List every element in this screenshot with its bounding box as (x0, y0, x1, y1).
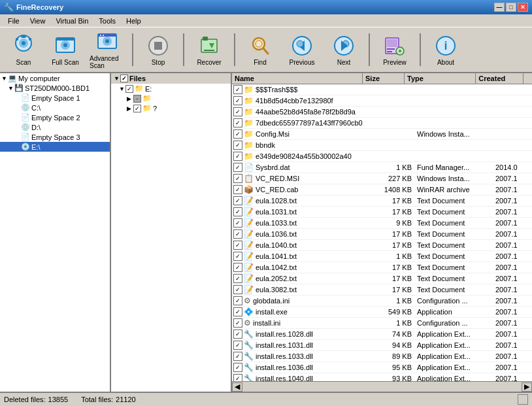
folder-header[interactable]: ▼ ✓ Files (111, 73, 231, 84)
col-header-created[interactable]: Created (476, 73, 524, 84)
col-header-name[interactable]: Name (232, 73, 363, 84)
table-row[interactable]: ✓ 📁 $$$Trash$$$ (232, 84, 532, 95)
table-row[interactable]: ✓ 📝 eula.1033.txt 9 KB Text Document 200… (232, 218, 532, 229)
table-row[interactable]: ✓ 📦 VC_RED.cab 1408 KB WinRAR archive 20… (232, 184, 532, 195)
maximize-button[interactable]: □ (506, 3, 516, 12)
scan-button[interactable]: Scan (4, 30, 43, 69)
file-checkbox[interactable]: ✓ (233, 96, 242, 105)
file-checkbox[interactable]: ✓ (233, 107, 242, 116)
file-checkbox[interactable]: ✓ (233, 341, 242, 350)
expand-e-folder[interactable]: ▼ (119, 86, 125, 92)
sub2-checkbox[interactable]: ✓ (133, 105, 141, 112)
menu-tools[interactable]: Tools (93, 16, 121, 26)
full-scan-button[interactable]: Full Scan (46, 30, 85, 69)
e-folder-checkbox[interactable]: ✓ (125, 85, 133, 93)
menu-file[interactable]: File (3, 16, 25, 26)
file-checkbox[interactable]: ✓ (233, 174, 242, 183)
previous-button[interactable]: Previous (282, 30, 322, 69)
find-button[interactable]: Find (241, 30, 280, 69)
table-row[interactable]: ✓ 📁 41b8d5d4cbb7e132980f (232, 95, 532, 107)
stop-button[interactable]: Stop (139, 30, 178, 69)
close-button[interactable]: ✕ (518, 3, 528, 12)
tree-item-d[interactable]: ▶ 💿 D:\ (0, 122, 110, 132)
tree-item-empty2[interactable]: ▶ 📄 Empty Space 2 (0, 112, 110, 122)
table-row[interactable]: ✓ 🔧 install.res.1036.dll 95 KB Applicati… (232, 362, 532, 373)
file-checkbox[interactable]: ✓ (233, 152, 242, 161)
table-row[interactable]: ✓ 📝 eula.1041.txt 1 KB Text Document 200… (232, 251, 532, 262)
file-checkbox[interactable]: ✓ (233, 274, 242, 283)
table-row[interactable]: ✓ ⚙ install.ini 1 KB Configuration ... 2… (232, 318, 532, 329)
table-row[interactable]: ✓ 📝 eula.1040.txt 17 KB Text Document 20… (232, 240, 532, 251)
file-checkbox[interactable]: ✓ (233, 229, 242, 239)
expand-sub2[interactable]: ▶ (127, 105, 133, 112)
tree-item-c[interactable]: ▶ 💿 C:\ (0, 103, 110, 112)
folder-item-sub2[interactable]: ▶ ✓ 📁 ? (111, 103, 231, 113)
table-row[interactable]: ✓ 📝 eula.3082.txt 17 KB Text Document 20… (232, 284, 532, 296)
file-checkbox[interactable]: ✓ (233, 307, 242, 316)
table-row[interactable]: ✓ 📁 44aabe52b8d45fa8e78f2b8d9a (232, 107, 532, 118)
file-checkbox[interactable]: ✓ (233, 207, 242, 216)
expand-st250[interactable]: ▼ (8, 85, 14, 92)
file-checkbox[interactable]: ✓ (233, 285, 242, 294)
file-checkbox[interactable]: ✓ (233, 318, 242, 328)
col-header-type[interactable]: Type (405, 73, 476, 84)
file-checkbox[interactable]: ✓ (233, 330, 242, 339)
table-row[interactable]: ✓ 📁 e349de90824a455b30002a40 (232, 151, 532, 162)
table-row[interactable]: ✓ 📋 VC_RED.MSI 227 KB Windows Insta... 2… (232, 173, 532, 184)
hscroll-right[interactable]: ▶ (522, 382, 532, 392)
tree-item-my-computer[interactable]: ▼ 💻 My computer (0, 73, 110, 83)
table-row[interactable]: ✓ 💠 install.exe 549 KB Application 2007.… (232, 307, 532, 318)
tree-item-st250[interactable]: ▼ 💾 ST250DM000-1BD1 (0, 83, 110, 93)
expand-sub1[interactable]: ▶ (127, 95, 133, 102)
file-checkbox[interactable]: ✓ (233, 196, 242, 205)
table-row[interactable]: ✓ 📁 7dbedc655977897a143ff7960cb0 (232, 118, 532, 129)
table-row[interactable]: ✓ ⚙ globdata.ini 1 KB Configuration ... … (232, 296, 532, 307)
file-checkbox[interactable]: ✓ (233, 218, 242, 228)
file-checkbox[interactable]: ✓ (233, 85, 242, 94)
table-row[interactable]: ✓ 📝 eula.2052.txt 17 KB Text Document 20… (232, 273, 532, 284)
recover-button[interactable]: Recover (190, 30, 229, 69)
tree-item-empty1[interactable]: ▶ 📄 Empty Space 1 (0, 93, 110, 103)
tree-item-e[interactable]: ▶ 💿 E:\ (0, 142, 110, 152)
tree-item-empty3[interactable]: ▶ 📄 Empty Space 3 (0, 132, 110, 142)
table-row[interactable]: ✓ 📝 eula.1042.txt 17 KB Text Document 20… (232, 262, 532, 273)
table-row[interactable]: ✓ 📁 bbndk (232, 140, 532, 151)
file-checkbox[interactable]: ✓ (233, 141, 242, 150)
folder-item-sub1[interactable]: ▶ - 📁 (111, 93, 231, 103)
files-checkbox[interactable]: ✓ (120, 75, 128, 82)
file-checkbox[interactable]: ✓ (233, 185, 242, 194)
expand-my-computer[interactable]: ▼ (1, 75, 8, 82)
file-checkbox[interactable]: ✓ (233, 252, 242, 261)
table-row[interactable]: ✓ 📝 eula.1036.txt 17 KB Text Document 20… (232, 229, 532, 240)
file-checkbox[interactable]: ✓ (233, 296, 242, 305)
table-row[interactable]: ✓ 🔧 install.res.1031.dll 94 KB Applicati… (232, 340, 532, 351)
sub1-checkbox[interactable]: - (133, 95, 141, 103)
file-checkbox[interactable]: ✓ (233, 118, 242, 127)
file-checkbox[interactable]: ✓ (233, 163, 242, 172)
table-row[interactable]: ✓ 📝 eula.1031.txt 17 KB Text Document 20… (232, 207, 532, 218)
preview-button[interactable]: Preview (375, 30, 414, 69)
hscroll-left[interactable]: ◀ (232, 382, 242, 392)
table-row[interactable]: ✓ 🔧 install.res.1028.dll 74 KB Applicati… (232, 329, 532, 340)
table-row[interactable]: ✓ 🔧 install.res.1033.dll 89 KB Applicati… (232, 351, 532, 362)
table-row[interactable]: ✓ 🔧 install.res.1040.dll 93 KB Applicati… (232, 373, 532, 381)
resize-handle[interactable] (518, 394, 528, 405)
advanced-scan-button[interactable]: Advanced Scan (88, 30, 127, 69)
menu-help[interactable]: Help (121, 16, 146, 26)
col-header-size[interactable]: Size (363, 73, 405, 84)
minimize-button[interactable]: — (494, 3, 505, 12)
file-checkbox[interactable]: ✓ (233, 352, 242, 361)
about-button[interactable]: i About (426, 30, 465, 69)
next-button[interactable]: Next (324, 30, 363, 69)
menu-view[interactable]: View (25, 16, 51, 26)
file-checkbox[interactable]: ✓ (233, 263, 242, 272)
file-checkbox[interactable]: ✓ (233, 241, 242, 250)
table-row[interactable]: ✓ 📝 eula.1028.txt 17 KB Text Document 20… (232, 195, 532, 207)
folder-item-e[interactable]: ▼ ✓ 📁 E: (111, 84, 231, 93)
file-checkbox[interactable]: ✓ (233, 374, 242, 381)
menu-virtual-bin[interactable]: Virtual Bin (50, 16, 93, 26)
file-checkbox[interactable]: ✓ (233, 363, 242, 372)
table-row[interactable]: ✓ 📁 Config.Msi Windows Insta... (232, 129, 532, 140)
table-row[interactable]: ✓ 📄 Sysbrd.dat 1 KB Fund Manager... 2014… (232, 162, 532, 173)
file-checkbox[interactable]: ✓ (233, 129, 242, 139)
